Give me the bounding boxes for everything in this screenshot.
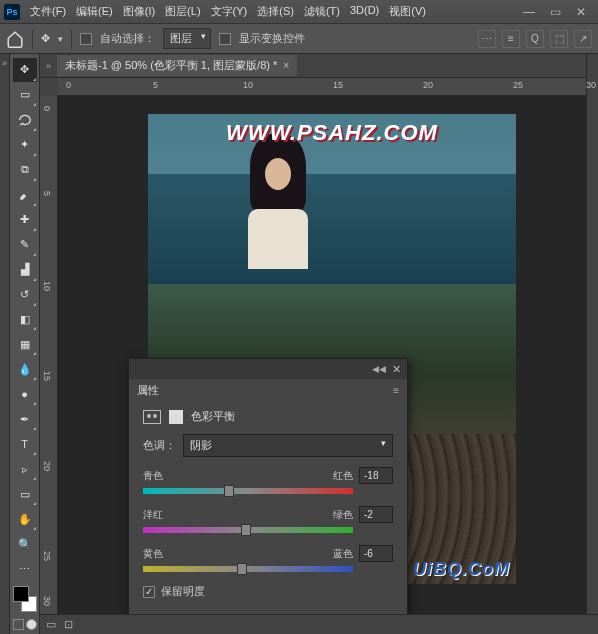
stamp-tool[interactable]: ▟ [13,258,37,282]
canvas[interactable]: WWW.PSAHZ.COM UiBQ.CoM ◀◀ ✕ 属性 ≡ [58,96,586,634]
status-icon[interactable]: ▭ [46,618,56,631]
marquee-tool[interactable]: ▭ [13,83,37,107]
type-tool[interactable]: T [13,432,37,456]
move-tool[interactable]: ✥ [13,58,37,82]
lasso-tool[interactable] [13,108,37,132]
history-brush-tool[interactable]: ↺ [13,283,37,307]
document-tab[interactable]: 未标题-1 @ 50% (色彩平衡 1, 图层蒙版/8) * × [57,55,297,76]
align-icon[interactable]: ≡ [502,30,520,48]
maximize-button[interactable]: ▭ [542,2,568,22]
edit-toolbar[interactable]: ⋯ [13,557,37,581]
home-icon[interactable] [6,30,24,48]
fg-color[interactable] [13,586,29,602]
tone-select[interactable]: 阴影 [183,434,393,457]
value-yb[interactable]: -6 [359,545,393,562]
panel-header[interactable]: ◀◀ ✕ [129,359,407,379]
preserve-luminosity-label: 保留明度 [161,584,205,599]
3d-mode-icon[interactable]: ⬚ [550,30,568,48]
share-icon[interactable]: ↗ [574,30,592,48]
shape-tool[interactable]: ▭ [13,482,37,506]
pen-tool[interactable]: ✒ [13,407,37,431]
status-icon[interactable]: ⊡ [64,618,73,631]
label-magenta: 洋红 [143,508,173,522]
tone-label: 色调： [143,438,177,453]
collapse-panel-icon[interactable]: ◀◀ [372,364,386,374]
properties-panel: ◀◀ ✕ 属性 ≡ 色彩平衡 色调： [128,358,408,634]
titlebar: Ps 文件(F) 编辑(E) 图像(I) 图层(L) 文字(Y) 选择(S) 滤… [0,0,598,24]
watermark-text: WWW.PSAHZ.COM [148,120,516,146]
dropdown-indicator[interactable]: ▾ [58,34,63,44]
menu-image[interactable]: 图像(I) [119,2,159,21]
ruler-tick: 25 [42,551,52,561]
eraser-tool[interactable]: ◧ [13,308,37,332]
subject-figure [238,134,318,264]
quick-mask[interactable] [13,619,37,630]
slider-track-cr[interactable] [143,488,353,494]
ruler-tick: 10 [243,80,253,90]
slider-thumb[interactable] [224,485,234,497]
healing-tool[interactable]: ✚ [13,208,37,232]
menu-layer[interactable]: 图层(L) [161,2,204,21]
value-mg[interactable]: -2 [359,506,393,523]
align-icons: ⋯ ≡ Q ⬚ ↗ [478,30,592,48]
slider-thumb[interactable] [241,524,251,536]
align-icon[interactable]: ⋯ [478,30,496,48]
document-title: 未标题-1 @ 50% (色彩平衡 1, 图层蒙版/8) * [65,58,277,73]
ruler-tick: 15 [42,371,52,381]
ruler-tick: 5 [153,80,158,90]
menu-edit[interactable]: 编辑(E) [72,2,117,21]
menu-view[interactable]: 视图(V) [385,2,430,21]
slider-track-mg[interactable] [143,527,353,533]
slider-yellow-blue: 黄色 蓝色 -6 [143,545,393,572]
gradient-tool[interactable]: ▦ [13,332,37,356]
color-balance-icon [143,410,161,424]
close-tab-icon[interactable]: × [283,60,289,71]
auto-select-label: 自动选择： [100,31,155,46]
auto-select-target[interactable]: 图层 [163,28,211,49]
label-red: 红色 [323,469,353,483]
collapse-icon[interactable]: » [46,61,51,71]
preserve-luminosity-checkbox[interactable] [143,586,155,598]
ruler-tick: 15 [333,80,343,90]
zoom-tool[interactable]: 🔍 [13,532,37,556]
eyedropper-tool[interactable] [13,183,37,207]
expand-icon[interactable]: » [2,58,7,634]
value-cr[interactable]: -18 [359,467,393,484]
panel-menu-icon[interactable]: ≡ [393,385,399,396]
mask-icon[interactable] [169,410,183,424]
separator [32,29,33,49]
menu-filter[interactable]: 滤镜(T) [300,2,344,21]
close-button[interactable]: ✕ [568,2,594,22]
properties-tab[interactable]: 属性 [137,383,159,398]
ruler-tick: 5 [42,191,52,196]
menu-file[interactable]: 文件(F) [26,2,70,21]
move-tool-icon: ✥ [41,32,50,45]
show-transform-label: 显示变换控件 [239,31,305,46]
close-panel-icon[interactable]: ✕ [392,363,401,376]
magic-wand-tool[interactable]: ✦ [13,133,37,157]
scrollbar-v[interactable] [586,54,598,634]
brush-tool[interactable]: ✎ [13,233,37,257]
dodge-tool[interactable]: ● [13,382,37,406]
minimize-button[interactable]: — [516,2,542,22]
menu-type[interactable]: 文字(Y) [207,2,252,21]
label-blue: 蓝色 [323,547,353,561]
slider-track-yb[interactable] [143,566,353,572]
blur-tool[interactable]: 💧 [13,357,37,381]
show-transform-checkbox[interactable] [219,33,231,45]
ruler-tick: 30 [42,596,52,606]
label-green: 绿色 [323,508,353,522]
menu-select[interactable]: 选择(S) [253,2,298,21]
crop-tool[interactable]: ⧉ [13,158,37,182]
ruler-tick: 20 [423,80,433,90]
ruler-tick: 20 [42,461,52,471]
auto-select-checkbox[interactable] [80,33,92,45]
align-icon[interactable]: Q [526,30,544,48]
hand-tool[interactable]: ✋ [13,507,37,531]
menu-3d[interactable]: 3D(D) [346,2,383,21]
color-swatches[interactable] [13,586,37,612]
slider-thumb[interactable] [237,563,247,575]
ruler-horizontal: 0 5 10 15 20 25 30 [58,78,586,96]
options-bar: ✥ ▾ 自动选择： 图层 显示变换控件 ⋯ ≡ Q ⬚ ↗ [0,24,598,54]
path-select-tool[interactable]: ▹ [13,457,37,481]
